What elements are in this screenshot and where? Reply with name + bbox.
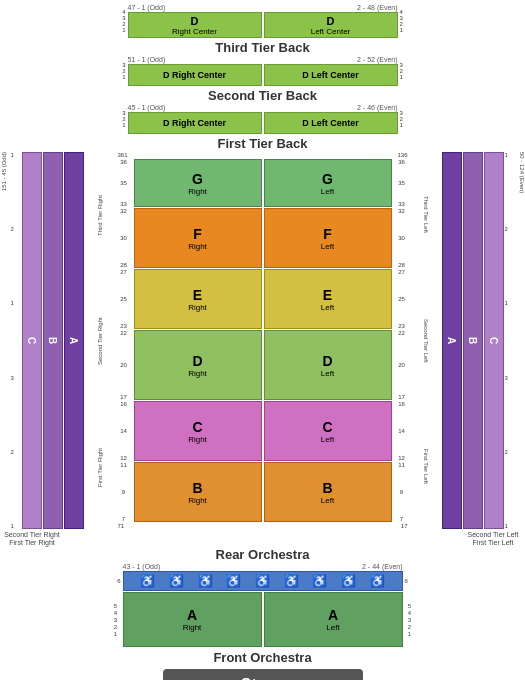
front-orchestra-label: Front Orchestra — [213, 650, 311, 665]
wheelchair-icon-1: ♿ — [140, 574, 155, 588]
right-orch-col: G Left F Left E Left — [264, 159, 392, 522]
right-side-area: 50 - 124 (Even) 50 - 138 (Even) 50 - 152… — [516, 152, 526, 193]
right-row-nums-outer: 1 2 1 3 2 1 — [505, 152, 515, 529]
rear-orchestra-area: Second Tier Right Second Tier Left First… — [2, 531, 523, 680]
wheelchair-icon-5: ♿ — [255, 574, 270, 588]
first-tier-right-rows: 321 — [400, 110, 403, 128]
wheelchair-icon-4: ♿ — [226, 574, 241, 588]
third-tier-odd-even: 47 - 1 (Odd) 2 - 48 (Even) — [128, 4, 398, 11]
rear-a-sections-row: 54321 A Right A Left 54321 — [111, 592, 415, 647]
second-tier-odd-label: 51 - 1 (Odd) — [128, 56, 166, 63]
third-tier-sections: D Right Center D Left Center — [128, 12, 398, 38]
left-panel-a[interactable]: A — [64, 152, 84, 529]
stage-label: Stage — [241, 676, 285, 680]
left-orch-col: G Right F Right E Right — [134, 159, 262, 522]
third-tier-center: 47 - 1 (Odd) 2 - 48 (Even) D Right Cente… — [128, 4, 398, 38]
right-tier-labels: Third Tier Left Second Tier Left First T… — [411, 152, 441, 529]
second-tier-left-rows: 321 — [122, 62, 125, 80]
wheelchair-icon-7: ♿ — [312, 574, 327, 588]
first-tier-lc-name: D Left Center — [302, 118, 359, 128]
left-panel-b[interactable]: B — [43, 152, 63, 529]
a-right-sub: Right — [183, 623, 202, 632]
first-tier-lc[interactable]: D Left Center — [264, 112, 398, 134]
left-tier-labels: Third Tier Right Second Tier Right First… — [85, 152, 115, 529]
third-tier-back-label: Third Tier Back — [215, 40, 309, 55]
wheelchair-row-area: 6 ♿ ♿ ♿ ♿ ♿ ♿ ♿ ♿ ♿ 6 — [117, 571, 408, 591]
section-C-right[interactable]: C Right — [134, 401, 262, 461]
first-tier-odd-even: 45 - 1 (Odd) 2 - 46 (Even) — [128, 104, 398, 111]
third-tier-lc-letter: D — [327, 15, 335, 27]
third-tier-right-center[interactable]: D Right Center — [128, 12, 262, 38]
wheelchair-icon-8: ♿ — [341, 574, 356, 588]
orch-right-row-nums: 363533 323028 272523 222017 161412 — [394, 159, 410, 522]
section-C-left[interactable]: C Left — [264, 401, 392, 461]
section-B-right[interactable]: B Right — [134, 462, 262, 522]
wheelchair-icon-6: ♿ — [284, 574, 299, 588]
third-tier-rc-letter: D — [191, 15, 199, 27]
third-tier-right-label: Third Tier Right — [85, 185, 115, 245]
section-E-right[interactable]: E Right — [134, 269, 262, 329]
section-F-left[interactable]: F Left — [264, 208, 392, 268]
rear-row-6-right: 6 — [405, 578, 408, 584]
section-A-left[interactable]: A Left — [264, 592, 403, 647]
second-tier-left-bottom: Second Tier Left — [463, 531, 523, 538]
first-tier-right-label: First Tier Right — [85, 437, 115, 497]
top-tiers-area: 4321 47 - 1 (Odd) 2 - 48 (Even) D Right … — [2, 4, 523, 680]
orch-left-row-nums: 363533 323028 272523 222017 161412 — [116, 159, 132, 522]
second-tier-right-label: Second Tier Right — [85, 311, 115, 371]
left-side-area: 123 - 49 (Odd) 139 - 51 (Odd) 151 - 45 (… — [0, 152, 10, 191]
right-panel-a[interactable]: A — [442, 152, 462, 529]
wheelchair-row[interactable]: ♿ ♿ ♿ ♿ ♿ ♿ ♿ ♿ ♿ — [123, 571, 403, 591]
third-tier-rc-name: Right Center — [172, 27, 217, 36]
second-tier-lc[interactable]: D Left Center — [264, 64, 398, 86]
first-tier-side-labels: First Tier Right First Tier Left — [2, 539, 523, 546]
right-panel-b[interactable]: B — [463, 152, 483, 529]
wheelchair-icon-9: ♿ — [370, 574, 385, 588]
section-E-left[interactable]: E Left — [264, 269, 392, 329]
section-B-left[interactable]: B Left — [264, 462, 392, 522]
center-orchestra-area: 36 1 1 36 363533 323028 — [116, 152, 410, 529]
first-tier-area: 321 45 - 1 (Odd) 2 - 46 (Even) D Right C… — [122, 104, 403, 134]
first-tier-rc[interactable]: D Right Center — [128, 112, 262, 134]
second-tier-center: 51 - 1 (Odd) 2 - 52 (Even) D Right Cente… — [128, 56, 398, 86]
first-tier-back-label: First Tier Back — [217, 136, 307, 151]
section-G-right[interactable]: G Right — [134, 159, 262, 207]
stage: Stage — [163, 669, 363, 680]
third-tier-lc-name: Left Center — [311, 27, 351, 36]
first-tier-left-label: First Tier Left — [411, 437, 441, 497]
first-tier-even-label: 2 - 46 (Even) — [357, 104, 397, 111]
right-even-label-1: 50 - 124 (Even) — [516, 152, 526, 193]
second-tier-side-labels: Second Tier Right Second Tier Left — [2, 531, 523, 538]
right-panel-c[interactable]: C — [484, 152, 504, 529]
section-G-left[interactable]: G Left — [264, 159, 392, 207]
left-side-labels: 123 - 49 (Odd) 139 - 51 (Odd) 151 - 45 (… — [0, 152, 10, 191]
main-seating-row: 123 - 49 (Odd) 139 - 51 (Odd) 151 - 45 (… — [2, 152, 523, 529]
second-tier-rc[interactable]: D Right Center — [128, 64, 262, 86]
second-tier-odd-even: 51 - 1 (Odd) 2 - 52 (Even) — [128, 56, 398, 63]
third-tier-area: 4321 47 - 1 (Odd) 2 - 48 (Even) D Right … — [122, 4, 403, 38]
third-tier-left-center[interactable]: D Left Center — [264, 12, 398, 38]
rear-left-row-nums: 54321 — [111, 603, 121, 637]
first-tier-rc-name: D Right Center — [163, 118, 226, 128]
rear-odd-label: 43 - 1 (Odd) — [123, 563, 161, 570]
orchestra-with-row-nums: 363533 323028 272523 222017 161412 — [116, 159, 410, 522]
first-tier-left-bottom: First Tier Left — [463, 539, 523, 546]
first-tier-left-rows: 321 — [122, 110, 125, 128]
left-panel-c[interactable]: C — [22, 152, 42, 529]
wheelchair-icon-3: ♿ — [198, 574, 213, 588]
rear-row-6-left: 6 — [117, 578, 120, 584]
left-panels-group: 1 2 1 3 2 1 C B A Third Tier Right Secon… — [11, 152, 115, 529]
third-tier-left-rows: 4321 — [122, 9, 125, 33]
section-F-right[interactable]: F Right — [134, 208, 262, 268]
section-A-right[interactable]: A Right — [123, 592, 262, 647]
first-tier-right-bottom: First Tier Right — [2, 539, 62, 546]
second-tier-left-label: Second Tier Left — [411, 311, 441, 371]
first-tier-odd-label: 45 - 1 (Odd) — [128, 104, 166, 111]
third-tier-left-label: Third Tier Left — [411, 185, 441, 245]
section-D-right[interactable]: D Right — [134, 330, 262, 400]
second-tier-right-rows: 321 — [400, 62, 403, 80]
second-tier-even-label: 2 - 52 (Even) — [357, 56, 397, 63]
left-row-nums-outer: 1 2 1 3 2 1 — [11, 152, 21, 529]
a-left-sub: Left — [326, 623, 339, 632]
section-D-left[interactable]: D Left — [264, 330, 392, 400]
